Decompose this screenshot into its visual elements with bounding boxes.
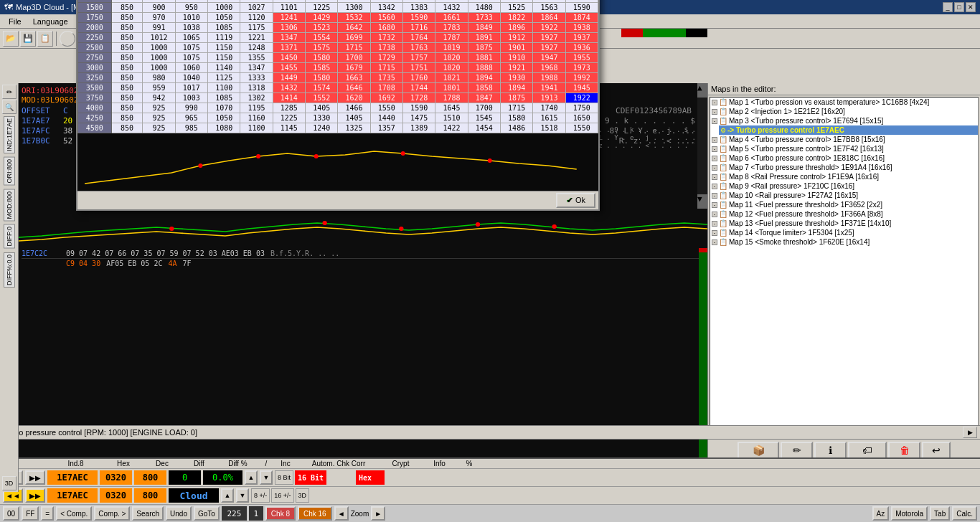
table-cell[interactable]: 925: [143, 113, 175, 123]
table-cell[interactable]: 1065: [175, 33, 207, 43]
table-cell[interactable]: 1692: [370, 93, 402, 103]
table-cell[interactable]: 1585: [306, 63, 338, 73]
table-cell[interactable]: 1554: [306, 33, 338, 43]
maps-list[interactable]: - 📋 Map 1 <Turbo pression vs exaust temp…: [710, 97, 979, 437]
table-cell[interactable]: 1333: [240, 73, 273, 83]
map-item-5[interactable]: - 📋 Map 5 <Turbo pressure control> 1E7F4…: [710, 144, 978, 153]
table-cell[interactable]: 1913: [533, 93, 565, 103]
table-cell[interactable]: 1330: [306, 113, 338, 123]
table-cell[interactable]: 1560: [370, 13, 402, 23]
table-cell[interactable]: 1225: [306, 3, 338, 13]
table-cell[interactable]: 850: [111, 13, 143, 23]
table-cell[interactable]: 850: [111, 43, 143, 53]
table-cell[interactable]: 1757: [403, 53, 435, 63]
table-cell[interactable]: 1729: [370, 53, 402, 63]
table-cell[interactable]: 1801: [435, 83, 468, 93]
table-cell[interactable]: 1819: [435, 43, 468, 53]
az-btn[interactable]: Az: [872, 506, 890, 521]
table-cell[interactable]: 1930: [500, 73, 532, 83]
table-cell[interactable]: 942: [143, 93, 175, 103]
table-cell[interactable]: 1414: [273, 93, 305, 103]
table-cell[interactable]: 1383: [403, 3, 435, 13]
table-cell[interactable]: 1422: [435, 123, 468, 133]
table-cell[interactable]: 1820: [435, 53, 468, 63]
table-cell[interactable]: 1735: [370, 73, 402, 83]
table-cell[interactable]: 1449: [273, 73, 305, 83]
table-cell[interactable]: 1175: [240, 23, 273, 33]
table-cell[interactable]: 850: [111, 83, 143, 93]
side-btn-3d[interactable]: 3D: [2, 476, 17, 490]
table-cell[interactable]: 1080: [208, 123, 240, 133]
table-cell[interactable]: 1545: [468, 113, 500, 123]
table-cell[interactable]: 1120: [240, 13, 273, 23]
btn-goto[interactable]: GoTo: [194, 506, 220, 521]
table-cell[interactable]: 1941: [533, 83, 565, 93]
btn-eq[interactable]: =: [41, 506, 54, 521]
map-item-2[interactable]: - 📋 Map 2 <Injection 1> 1E21E2 [16x20]: [710, 107, 978, 116]
table-cell[interactable]: 1075: [175, 53, 207, 63]
table-cell[interactable]: 1050: [208, 113, 240, 123]
table-cell[interactable]: 1858: [468, 83, 500, 93]
table-cell[interactable]: 1764: [403, 33, 435, 43]
table-cell[interactable]: 1849: [468, 23, 500, 33]
table-cell[interactable]: 1085: [208, 23, 240, 33]
table-cell[interactable]: 1552: [306, 93, 338, 103]
table-cell[interactable]: 1955: [565, 53, 598, 63]
table-cell[interactable]: 1847: [468, 93, 500, 103]
calc-btn[interactable]: Calc.: [952, 506, 977, 521]
table-cell[interactable]: 1532: [338, 13, 370, 23]
table-cell[interactable]: 1937: [565, 33, 598, 43]
table-cell[interactable]: 1525: [500, 3, 532, 13]
table-cell[interactable]: 1347: [273, 33, 305, 43]
table-cell[interactable]: 850: [111, 33, 143, 43]
table-cell[interactable]: 985: [175, 123, 207, 133]
table-cell[interactable]: 1888: [468, 63, 500, 73]
table-cell[interactable]: 1355: [240, 53, 273, 63]
table-cell[interactable]: 1405: [338, 113, 370, 123]
map-item-14[interactable]: - 📋 Map 14 <Torque limiter> 1F5304 [1x25…: [710, 228, 978, 237]
table-cell[interactable]: 965: [175, 113, 207, 123]
table-cell[interactable]: 991: [143, 23, 175, 33]
table-cell[interactable]: 1347: [240, 63, 273, 73]
tab-btn[interactable]: Tab: [930, 506, 950, 521]
table-cell[interactable]: 850: [111, 63, 143, 73]
table-cell[interactable]: 1575: [306, 43, 338, 53]
table-cell[interactable]: 1150: [208, 53, 240, 63]
table-cell[interactable]: 1302: [240, 93, 273, 103]
map-item-9[interactable]: - 📋 Map 9 <Rail pressure> 1F210C [16x16]: [710, 181, 978, 191]
map-item-10[interactable]: - 📋 Map 10 <Rail pressure> 1F27A2 [16x15…: [710, 191, 978, 200]
map-item-12[interactable]: - 📋 Map 12 <Fuel pressure threshold> 1F3…: [710, 209, 978, 219]
table-cell[interactable]: 1947: [533, 53, 565, 63]
close-btn[interactable]: ✕: [966, 2, 976, 12]
table-cell[interactable]: 1285: [273, 103, 305, 113]
tb-circle1[interactable]: [60, 31, 75, 47]
table-cell[interactable]: 1000: [143, 53, 175, 63]
table-cell[interactable]: 850: [111, 3, 143, 13]
table-cell[interactable]: 1620: [338, 93, 370, 103]
btn-comp2[interactable]: Comp. >: [94, 506, 130, 521]
table-cell[interactable]: 1894: [500, 83, 532, 93]
table-cell[interactable]: 1732: [370, 33, 402, 43]
table-cell[interactable]: 1518: [533, 123, 565, 133]
table-cell[interactable]: 1788: [435, 93, 468, 103]
table-cell[interactable]: 1699: [338, 33, 370, 43]
table-cell[interactable]: 925: [143, 123, 175, 133]
table-cell[interactable]: 959: [143, 83, 175, 93]
table-cell[interactable]: 850: [111, 93, 143, 103]
table-cell[interactable]: 1821: [435, 73, 468, 83]
table-cell[interactable]: 1100: [208, 83, 240, 93]
table-cell[interactable]: 1936: [565, 43, 598, 53]
scroll-right-btn[interactable]: ►: [371, 506, 385, 521]
map-item-4[interactable]: - 📋 Map 4 <Turbo pressure control> 1E7BB…: [710, 135, 978, 144]
table-cell[interactable]: 850: [111, 123, 143, 133]
menu-language[interactable]: Language: [27, 16, 74, 27]
table-cell[interactable]: 1783: [435, 23, 468, 33]
scroll-down-2[interactable]: ▼: [236, 488, 249, 503]
table-cell[interactable]: 1642: [338, 23, 370, 33]
table-cell[interactable]: 1733: [468, 13, 500, 23]
table-cell[interactable]: 970: [143, 13, 175, 23]
table-cell[interactable]: 1968: [533, 63, 565, 73]
table-cell[interactable]: 850: [111, 53, 143, 63]
table-cell[interactable]: 1038: [175, 23, 207, 33]
table-cell[interactable]: 1140: [208, 63, 240, 73]
